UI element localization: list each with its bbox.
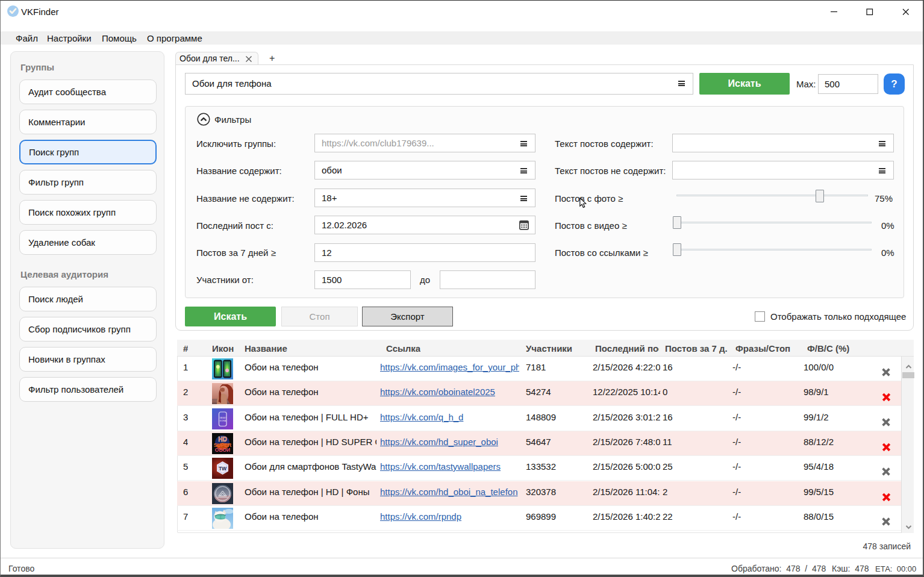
svg-text:ОБОИ: ОБОИ <box>215 447 230 453</box>
svg-text:TW: TW <box>219 466 227 472</box>
svg-text:ФОНА: ФОНА <box>220 420 226 422</box>
svg-text:ЗАКАЗ: ЗАКАЗ <box>219 417 226 419</box>
